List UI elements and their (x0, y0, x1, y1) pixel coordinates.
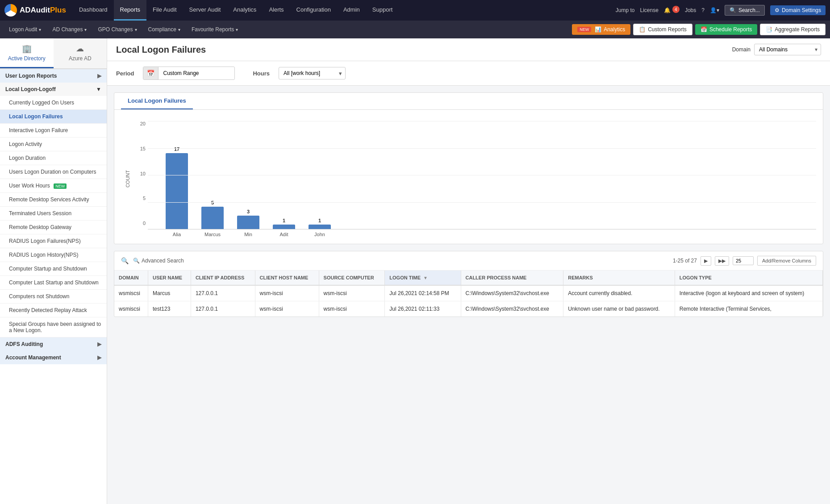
help-icon-btn[interactable]: ? (701, 7, 705, 13)
col-header-remarks: REMARKS (563, 271, 675, 285)
jump-to-label: Jump to (616, 7, 635, 13)
pagination-prev-btn[interactable]: ▶ (701, 256, 711, 266)
y-tick-5: 5 (143, 196, 146, 201)
chart-body: COUNT 20 15 10 5 0 (114, 110, 823, 244)
x-label-john: John (309, 232, 331, 237)
nav-admin[interactable]: Admin (337, 0, 366, 21)
data-table: DOMAIN USER NAME CLIENT IP ADDRESS CLIEN… (114, 271, 823, 317)
cell-source-computer-1: wsm-iscsi (319, 301, 385, 317)
sidebar-section-user-logon-reports[interactable]: User Logon Reports ▶ (0, 69, 107, 83)
analytics-label: Analytics (604, 26, 625, 33)
sidebar-item-radius-logon-failures[interactable]: RADIUS Logon Failures(NPS) (0, 234, 107, 248)
sidebar-item-recently-detected-replay[interactable]: Recently Detected Replay Attack (0, 304, 107, 317)
license-link[interactable]: License (640, 7, 659, 13)
sidebar-item-computer-startup-shutdown[interactable]: Computer Startup and Shutdown (0, 262, 107, 276)
local-logon-logoff-arrow: ▼ (96, 86, 101, 92)
search-button[interactable]: 🔍 Search... (725, 5, 765, 16)
advanced-search-button[interactable]: 🔍 Advanced Search (133, 258, 184, 264)
notification-bell[interactable]: 🔔 4 (664, 7, 680, 14)
page-size-select[interactable]: 25 50 100 (733, 256, 754, 265)
pagination-next-btn[interactable]: ▶▶ (715, 256, 729, 266)
table-pagination: 1-25 of 27 ▶ ▶▶ 25 50 100 Add/Remove Col… (673, 256, 816, 266)
col-header-logon-time[interactable]: LOGON TIME ▼ (385, 271, 461, 285)
nav-configuration[interactable]: Configuration (290, 0, 337, 21)
cell-logon-type-1: Remote Interactive (Terminal Services, (675, 301, 822, 317)
chart-tab-local-logon-failures[interactable]: Local Logon Failures (121, 93, 193, 109)
domain-select-wrap: All Domains (754, 44, 821, 55)
date-input-wrap: 📅 (143, 67, 235, 80)
bar-adit: 1 (273, 218, 295, 229)
bar-value-min: 3 (247, 209, 250, 214)
pagination-info: 1-25 of 27 (673, 258, 697, 264)
ad-changes-chevron: ▾ (84, 27, 87, 32)
sidebar-section-local-logon-logoff[interactable]: Local Logon-Logoff ▼ (0, 83, 107, 96)
sidebar-item-remote-desktop-gateway[interactable]: Remote Desktop Gateway (0, 221, 107, 234)
sidebar-item-special-groups[interactable]: Special Groups have been assigned to a N… (0, 317, 107, 337)
notification-badge: 4 (672, 6, 680, 13)
table-search-button[interactable]: 🔍 (121, 257, 129, 264)
sidebar-item-computer-last-startup-shutdown[interactable]: Computer Last Startup and Shutdown (0, 276, 107, 290)
sidebar-section-account-management[interactable]: Account Management ▶ (0, 351, 107, 364)
col-header-client-host: CLIENT HOST NAME (255, 271, 319, 285)
date-range-input[interactable] (158, 67, 234, 79)
sidebar-item-remote-desktop-services[interactable]: Remote Desktop Services Activity (0, 193, 107, 207)
sidebar-item-local-logon-failures[interactable]: Local Logon Failures (0, 110, 107, 124)
sidebar-item-interactive-logon-failure[interactable]: Interactive Logon Failure (0, 124, 107, 137)
hours-select[interactable]: All [work hours] (279, 67, 346, 79)
nav-items: Dashboard Reports File Audit Server Audi… (73, 0, 616, 21)
sidebar-section-adfs-auditing[interactable]: ADFS Auditing ▶ (0, 337, 107, 351)
sec-nav-gpo-changes[interactable]: GPO Changes ▾ (93, 21, 141, 38)
bar-rect-marcus (201, 207, 224, 229)
bar-rect-alia (166, 153, 188, 229)
cell-client-host-1: wsm-iscsi (255, 301, 319, 317)
bar-min: 3 (237, 209, 259, 229)
analytics-button[interactable]: NEW 📊 Analytics (572, 24, 630, 35)
nav-reports[interactable]: Reports (114, 0, 147, 21)
sidebar-tab-active-directory[interactable]: 🏢 Active Directory (0, 38, 54, 68)
sidebar-item-currently-logged-on-users[interactable]: Currently Logged On Users (0, 96, 107, 110)
bar-alia: 17 (166, 146, 188, 229)
sidebar-item-logon-activity[interactable]: Logon Activity (0, 137, 107, 151)
cell-remarks-1: Unknown user name or bad password. (563, 301, 675, 317)
jobs-link[interactable]: Jobs (685, 7, 696, 13)
sec-nav-compliance[interactable]: Compliance ▾ (144, 21, 185, 38)
sidebar-item-users-logon-duration[interactable]: Users Logon Duration on Computers (0, 165, 107, 179)
schedule-reports-button[interactable]: 📅 Schedule Reports (695, 24, 757, 35)
nav-support[interactable]: Support (366, 0, 399, 21)
custom-reports-button[interactable]: 📋 Custom Reports (633, 24, 692, 35)
domain-settings-button[interactable]: ⚙ Domain Settings (770, 5, 826, 15)
sidebar-item-logon-duration[interactable]: Logon Duration (0, 151, 107, 165)
content-area: Local Logon Failures Domain All Domains … (107, 38, 830, 504)
sidebar-item-terminated-users-session[interactable]: Terminated Users Session (0, 207, 107, 221)
aggregate-reports-button[interactable]: 📑 Aggregate Reports (760, 24, 826, 35)
nav-dashboard[interactable]: Dashboard (73, 0, 114, 21)
nav-server-audit[interactable]: Server Audit (183, 0, 227, 21)
x-label-min: Min (237, 232, 259, 237)
y-axis-label: COUNT (125, 170, 130, 187)
sidebar-item-computers-not-shutdown[interactable]: Computers not Shutdown (0, 290, 107, 304)
table-row: wsmiscsi test123 127.0.0.1 wsm-iscsi wsm… (114, 301, 823, 317)
sidebar-tab-azure-ad[interactable]: ☁ Azure AD (54, 38, 107, 68)
nav-file-audit[interactable]: File Audit (146, 0, 183, 21)
schedule-icon: 📅 (701, 26, 707, 33)
sec-nav-ad-changes[interactable]: AD Changes ▾ (48, 21, 91, 38)
sidebar-item-user-work-hours[interactable]: User Work Hours NEW (0, 179, 107, 193)
cell-username-1: test123 (148, 301, 191, 317)
bar-value-alia: 17 (174, 146, 179, 152)
cell-domain-0: wsmiscsi (114, 285, 148, 301)
user-menu-btn[interactable]: 👤▾ (710, 7, 719, 13)
sec-nav-logon-audit[interactable]: Logon Audit ▾ (4, 21, 46, 38)
nav-alerts[interactable]: Alerts (263, 0, 290, 21)
jump-to-link[interactable]: Jump to (616, 7, 635, 13)
cell-remarks-0: Account currently disabled. (563, 285, 675, 301)
domain-select[interactable]: All Domains (754, 44, 821, 55)
add-remove-columns-button[interactable]: Add/Remove Columns (757, 256, 816, 266)
sec-nav-favourite-reports[interactable]: Favourite Reports ▾ (187, 21, 242, 38)
calendar-icon[interactable]: 📅 (143, 67, 158, 79)
nav-analytics[interactable]: Analytics (227, 0, 263, 21)
domain-settings-label: Domain Settings (782, 7, 821, 13)
sidebar: 🏢 Active Directory ☁ Azure AD User Logon… (0, 38, 107, 504)
y-tick-10: 10 (140, 171, 146, 176)
cell-client-ip-1: 127.0.0.1 (191, 301, 255, 317)
sidebar-item-radius-logon-history[interactable]: RADIUS Logon History(NPS) (0, 248, 107, 262)
